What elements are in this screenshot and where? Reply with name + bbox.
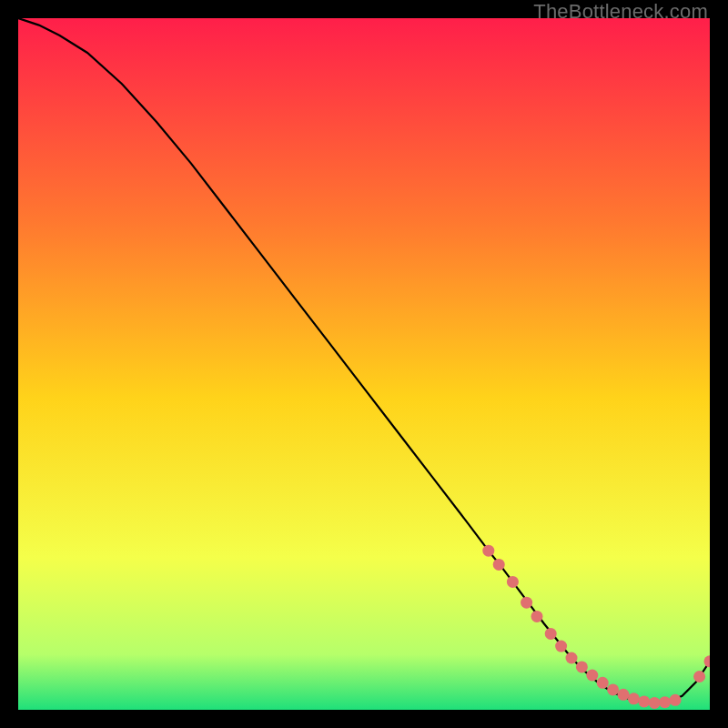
bottleneck-chart <box>18 18 710 710</box>
data-marker <box>628 693 640 704</box>
data-marker <box>649 697 661 709</box>
data-marker <box>607 683 619 695</box>
data-marker <box>638 695 650 707</box>
gradient-background <box>18 18 710 710</box>
data-marker <box>576 661 588 672</box>
data-marker <box>482 545 494 557</box>
data-marker <box>618 689 630 701</box>
data-marker <box>521 597 532 609</box>
data-marker <box>659 696 671 708</box>
data-marker <box>597 677 609 689</box>
data-marker <box>693 671 705 682</box>
data-marker <box>586 670 598 682</box>
data-marker <box>531 611 543 622</box>
data-marker <box>555 641 567 652</box>
data-marker <box>507 576 519 588</box>
data-marker <box>493 559 505 571</box>
data-marker <box>670 694 682 706</box>
data-marker <box>545 628 557 640</box>
data-marker <box>566 652 578 664</box>
chart-stage: TheBottleneck.com <box>0 0 728 728</box>
